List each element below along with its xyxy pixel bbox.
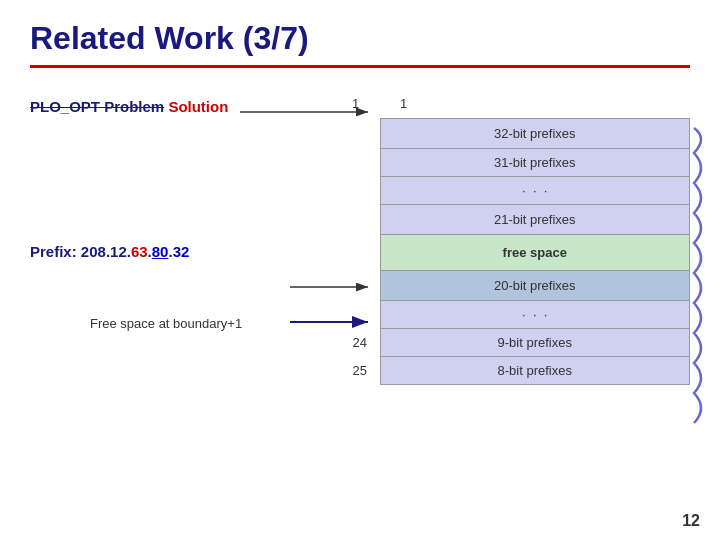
table-row: · · ·	[340, 177, 690, 205]
plo-solution-text: Solution	[168, 98, 228, 115]
coil-decoration	[690, 118, 712, 428]
table-row: 31-bit prefixes	[340, 149, 690, 177]
prefix-label: Prefix: 208.12.63.80.32	[30, 243, 189, 260]
table-row: 20-bit prefixes	[340, 271, 690, 301]
row-num	[340, 177, 380, 205]
row-num	[340, 301, 380, 329]
plo-label: PLO_OPT Problem Solution	[30, 98, 228, 115]
title-divider	[30, 65, 690, 68]
prefix-table: 32-bit prefixes 31-bit prefixes · · · 21…	[340, 118, 690, 385]
plo-original-text: PLO_OPT Problem	[30, 98, 164, 115]
row-num	[340, 205, 380, 235]
free-space-label: Free space at boundary+1	[90, 316, 242, 331]
left-labels-area: PLO_OPT Problem Solution Prefix: 208.12.…	[30, 88, 330, 385]
table-row: 25 8-bit prefixes	[340, 357, 690, 385]
cell-free-space: free space	[380, 235, 690, 271]
cell-20bit: 20-bit prefixes	[380, 271, 690, 301]
slide: Related Work (3/7) PLO_OPT Problem Solut…	[0, 0, 720, 540]
table-row: free space	[340, 235, 690, 271]
cell-dots-1: · · ·	[380, 177, 690, 205]
table-area: 1 32-bit prefixes 31-bit prefixes · ·	[340, 118, 690, 385]
page-number: 12	[682, 512, 700, 530]
row-num	[340, 235, 380, 271]
cell-31bit: 31-bit prefixes	[380, 149, 690, 177]
table-row: · · ·	[340, 301, 690, 329]
table-row: 24 9-bit prefixes	[340, 329, 690, 357]
prefix-63: 63	[131, 243, 148, 260]
cell-dots-2: · · ·	[380, 301, 690, 329]
row-num	[340, 119, 380, 149]
main-content: PLO_OPT Problem Solution Prefix: 208.12.…	[30, 88, 690, 385]
table-row: 21-bit prefixes	[340, 205, 690, 235]
cell-21bit: 21-bit prefixes	[380, 205, 690, 235]
cell-9bit: 9-bit prefixes	[380, 329, 690, 357]
row-num-25: 25	[340, 357, 380, 385]
table-row: 32-bit prefixes	[340, 119, 690, 149]
cell-8bit: 8-bit prefixes	[380, 357, 690, 385]
row-num	[340, 149, 380, 177]
row-index-1: 1	[400, 96, 407, 111]
cell-32bit: 32-bit prefixes	[380, 119, 690, 149]
prefix-80: 80	[152, 243, 169, 260]
slide-title: Related Work (3/7)	[30, 20, 690, 57]
row-num-24: 24	[340, 329, 380, 357]
row-num	[340, 271, 380, 301]
prefix-32: 32	[173, 243, 190, 260]
